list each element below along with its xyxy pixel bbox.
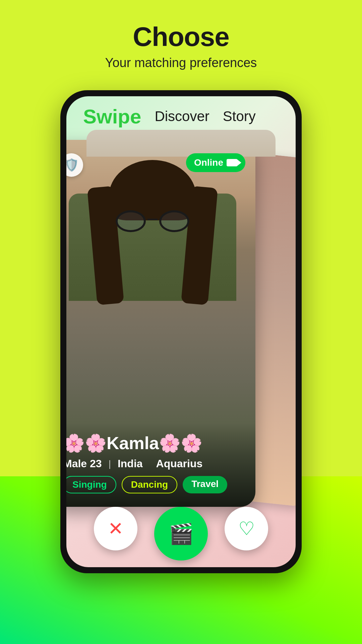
card-details: Male 23 | India Aquarius	[66, 458, 242, 470]
phone-frame: Swipe Discover Story	[60, 90, 302, 573]
glasses-left	[116, 210, 146, 232]
video-icon: 🎬	[169, 522, 194, 546]
card-photo: Online 🛡️ 🌸🌸Kamla🌸🌸 Male 23	[66, 140, 255, 507]
card-tags: Singing Dancing Travel	[66, 476, 242, 493]
nav-story[interactable]: Story	[223, 108, 256, 124]
nav-bar: Swipe Discover Story	[66, 96, 296, 137]
phone-screen: Swipe Discover Story	[66, 96, 296, 567]
card-info: 🌸🌸Kamla🌸🌸 Male 23 | India Aquarius Singi…	[66, 423, 255, 507]
heart-button[interactable]: ♡	[225, 507, 268, 550]
card-country: India	[118, 458, 143, 470]
nav-discover[interactable]: Discover	[155, 108, 209, 124]
video-button[interactable]: 🎬	[154, 507, 208, 560]
heart-icon: ♡	[238, 518, 255, 539]
tag-dancing: Dancing	[122, 476, 177, 493]
header-section: Choose Your matching preferences	[0, 0, 362, 70]
phone-wrapper: Swipe Discover Story	[0, 90, 362, 573]
action-buttons: ✕ 🎬 ♡	[66, 500, 296, 567]
page-title: Choose	[0, 23, 362, 50]
close-icon: ✕	[108, 518, 123, 539]
person-illustration	[96, 167, 209, 301]
detail-divider-1: |	[109, 459, 111, 469]
online-badge: Online	[186, 153, 245, 172]
tag-travel: Travel	[183, 476, 227, 493]
card-name: 🌸🌸Kamla🌸🌸	[66, 433, 242, 453]
nav-swipe[interactable]: Swipe	[83, 105, 141, 128]
page-subtitle: Your matching preferences	[0, 56, 362, 70]
tag-singing: Singing	[66, 476, 116, 493]
cards-container: Online 🛡️ 🌸🌸Kamla🌸🌸 Male 23	[66, 133, 296, 567]
card-zodiac: Aquarius	[156, 458, 203, 470]
video-camera-icon	[227, 159, 237, 166]
card-gender: Male 23	[66, 458, 102, 470]
shield-icon: 🛡️	[66, 158, 79, 172]
glasses-bridge	[147, 219, 158, 220]
report-button[interactable]: 🛡️	[66, 153, 83, 177]
glasses	[112, 210, 193, 234]
glasses-right	[159, 210, 189, 232]
online-label: Online	[194, 157, 223, 168]
close-button[interactable]: ✕	[94, 507, 137, 550]
card-main[interactable]: Online 🛡️ 🌸🌸Kamla🌸🌸 Male 23	[66, 140, 255, 507]
